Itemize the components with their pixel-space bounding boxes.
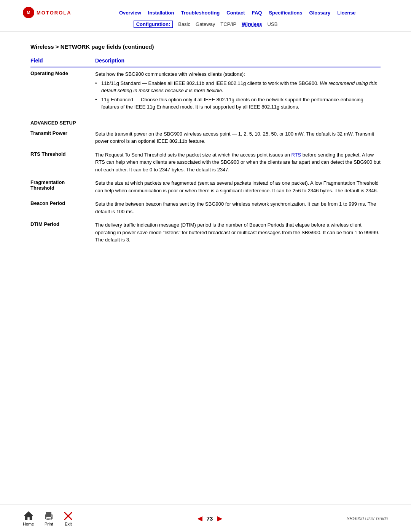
field-desc-transmit-power: Sets the transmit power on the SBG900 wi…	[95, 127, 381, 148]
subnav-wireless[interactable]: Wireless	[242, 21, 262, 27]
field-desc-rts-threshold: The Request To Send Threshold sets the p…	[95, 148, 381, 177]
page-title: Wireless > NETWORK page fields (continue…	[30, 43, 381, 50]
svg-marker-2	[24, 511, 33, 520]
guide-text: SBG900 User Guide	[347, 516, 388, 521]
print-label: Print	[45, 522, 53, 526]
bullet-2-plain: 11g Enhanced — Choose this option only i…	[101, 97, 363, 110]
field-desc-fragmentation: Sets the size at which packets are fragm…	[95, 176, 381, 197]
nav-specifications[interactable]: Specifications	[269, 10, 302, 16]
exit-icon	[64, 511, 73, 521]
subnav-tcpip[interactable]: TCP/IP	[220, 21, 236, 27]
nav-overview[interactable]: Overview	[119, 10, 141, 16]
print-icon	[43, 511, 54, 521]
field-desc-beacon-period: Sets the time between beacon frames sent…	[95, 197, 381, 218]
rts-link[interactable]: RTS	[291, 152, 301, 158]
table-row: Transmit Power Sets the transmit power o…	[30, 127, 381, 148]
motorola-icon: M	[23, 7, 34, 18]
footer-nav-icons: Home Print Exit	[23, 511, 73, 526]
nav-faq[interactable]: FAQ	[252, 10, 262, 16]
svg-point-8	[51, 516, 52, 517]
field-table: Field Description Operating Mode Sets ho…	[30, 58, 381, 247]
nav-license[interactable]: License	[337, 10, 355, 16]
motorola-brand-text: MOTOROLA	[37, 10, 72, 16]
table-row: FragmentationThreshold Sets the size at …	[30, 176, 381, 197]
field-name-transmit-power: Transmit Power	[30, 127, 95, 148]
nav-glossary[interactable]: Glossary	[309, 10, 331, 16]
motorola-logo: M MOTOROLA	[23, 7, 72, 18]
list-item: 11b/11g Standard — Enables all IEEE 802.…	[95, 80, 381, 94]
svg-text:M: M	[27, 10, 30, 15]
footer: Home Print Exit ◀ 73 ▶ SBG90	[0, 505, 411, 532]
field-name-operating-mode: Operating Mode	[30, 67, 95, 115]
col-header-field: Field	[30, 58, 95, 67]
subnav-gateway[interactable]: Gateway	[196, 21, 215, 27]
svg-rect-6	[47, 518, 51, 519]
col-header-description: Description	[95, 58, 381, 67]
field-name-fragmentation: FragmentationThreshold	[30, 176, 95, 197]
field-name-beacon-period: Beacon Period	[30, 197, 95, 218]
header: M MOTOROLA Overview Installation Trouble…	[0, 0, 411, 32]
operating-mode-intro: Sets how the SBG900 communicates with wi…	[95, 71, 245, 77]
exit-label: Exit	[65, 522, 72, 526]
svg-rect-4	[46, 512, 51, 515]
home-icon	[23, 511, 34, 521]
home-button[interactable]: Home	[23, 511, 34, 526]
table-row: Beacon Period Sets the time between beac…	[30, 197, 381, 218]
operating-mode-bullets: 11b/11g Standard — Enables all IEEE 802.…	[95, 78, 381, 111]
table-row: RTS Threshold The Request To Send Thresh…	[30, 148, 381, 177]
exit-button[interactable]: Exit	[64, 511, 73, 526]
sub-nav: Configuration: Basic Gateway TCP/IP Wire…	[23, 21, 388, 28]
nav-troubleshooting[interactable]: Troubleshooting	[181, 10, 220, 16]
print-button[interactable]: Print	[43, 511, 54, 526]
subnav-usb[interactable]: USB	[268, 21, 278, 27]
nav-installation[interactable]: Installation	[148, 10, 174, 16]
table-row: ADVANCED SETUP	[30, 115, 381, 127]
field-desc-operating-mode: Sets how the SBG900 communicates with wi…	[95, 67, 381, 115]
table-row: DTIM Period The delivery traffic indicat…	[30, 218, 381, 247]
nav-contact[interactable]: Contact	[226, 10, 245, 16]
subnav-basic[interactable]: Basic	[178, 21, 190, 27]
page-number: 73	[207, 515, 213, 522]
field-name-rts-threshold: RTS Threshold	[30, 148, 95, 177]
home-label: Home	[23, 522, 34, 526]
next-page-button[interactable]: ▶	[217, 515, 222, 522]
footer-page-nav: ◀ 73 ▶	[198, 515, 222, 522]
list-item: 11g Enhanced — Choose this option only i…	[95, 96, 381, 111]
main-content: Wireless > NETWORK page fields (continue…	[0, 32, 411, 277]
svg-rect-7	[47, 519, 49, 520]
configuration-label: Configuration:	[134, 21, 173, 28]
field-desc-dtim-period: The delivery traffic indication message …	[95, 218, 381, 247]
table-row: Operating Mode Sets how the SBG900 commu…	[30, 67, 381, 115]
field-name-dtim-period: DTIM Period	[30, 218, 95, 247]
logo-area: M MOTOROLA	[23, 7, 72, 18]
main-nav: Overview Installation Troubleshooting Co…	[87, 10, 388, 16]
section-header-advanced: ADVANCED SETUP	[30, 115, 95, 127]
bullet-1-plain: 11b/11g Standard — Enables all IEEE 802.…	[101, 80, 320, 86]
prev-page-button[interactable]: ◀	[198, 515, 202, 522]
